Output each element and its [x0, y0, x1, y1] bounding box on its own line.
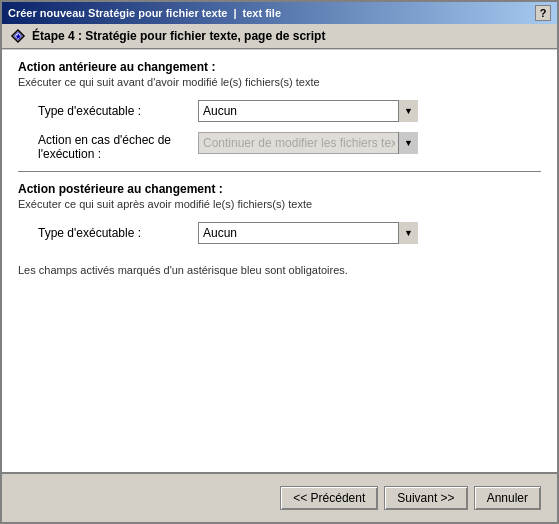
- section1-type-select-wrapper: Aucun ▼: [198, 100, 418, 122]
- section2-type-select[interactable]: Aucun: [198, 222, 418, 244]
- footnote: Les champs activés marqués d'un astérisq…: [18, 264, 541, 276]
- step-bar: ★ Étape 4 : Stratégie pour fichier texte…: [2, 24, 557, 49]
- footer: << Précédent Suivant >> Annuler: [2, 472, 557, 522]
- next-button[interactable]: Suivant >>: [384, 486, 467, 510]
- section1-failure-select-wrapper: Continuer de modifier les fichiers text …: [198, 132, 418, 154]
- step-label: Étape 4 : Stratégie pour fichier texte, …: [32, 29, 325, 43]
- section1-desc: Exécuter ce qui suit avant d'avoir modif…: [18, 76, 541, 88]
- section1-failure-label: Action en cas d'échec de l'exécution :: [38, 132, 198, 161]
- cancel-button[interactable]: Annuler: [474, 486, 541, 510]
- section1-failure-select[interactable]: Continuer de modifier les fichiers text: [198, 132, 418, 154]
- section2-type-select-wrapper: Aucun ▼: [198, 222, 418, 244]
- section1-type-row: Type d'exécutable : Aucun ▼: [18, 100, 541, 122]
- section1-type-label: Type d'exécutable :: [38, 104, 198, 118]
- section1-failure-row: Action en cas d'échec de l'exécution : C…: [18, 132, 541, 161]
- step-icon: ★: [10, 28, 26, 44]
- prev-button[interactable]: << Précédent: [280, 486, 378, 510]
- window-title: Créer nouveau Stratégie pour fichier tex…: [8, 7, 227, 19]
- title-bar-left: Créer nouveau Stratégie pour fichier tex…: [8, 7, 281, 19]
- section2-desc: Exécuter ce qui suit après avoir modifié…: [18, 198, 541, 210]
- title-bar: Créer nouveau Stratégie pour fichier tex…: [2, 2, 557, 24]
- title-separator: |: [233, 7, 236, 19]
- section1-title: Action antérieure au changement :: [18, 60, 541, 74]
- section2-title: Action postérieure au changement :: [18, 182, 541, 196]
- section-divider: [18, 171, 541, 172]
- help-button[interactable]: ?: [535, 5, 551, 21]
- window-tab: text file: [243, 7, 282, 19]
- section1-type-select[interactable]: Aucun: [198, 100, 418, 122]
- section2-type-label: Type d'exécutable :: [38, 226, 198, 240]
- section2-type-row: Type d'exécutable : Aucun ▼: [18, 222, 541, 244]
- main-window: Créer nouveau Stratégie pour fichier tex…: [0, 0, 559, 524]
- content-area: Action antérieure au changement : Exécut…: [2, 49, 557, 472]
- svg-text:★: ★: [15, 33, 22, 40]
